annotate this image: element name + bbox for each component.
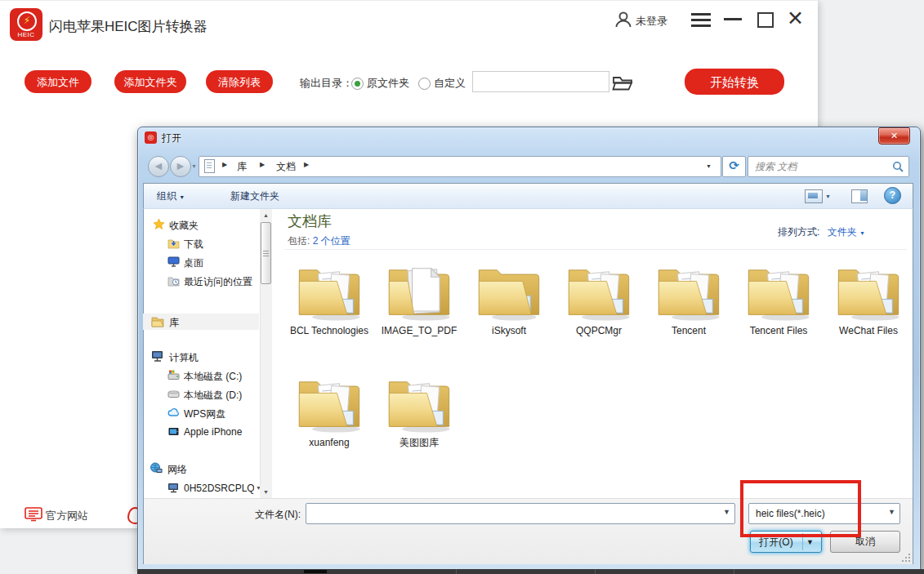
sidebar-item-recent-places[interactable]: 最近访问的位置 — [167, 274, 259, 289]
organize-menu[interactable]: 组织 ▼ — [157, 189, 185, 203]
screen: ⚡ HEIC 闪电苹果HEIC图片转换器 未登录 ✕ 添加文件 添加文件夹 清除… — [0, 0, 924, 574]
folder-item[interactable]: IMAGE_TO_PDF — [374, 260, 464, 337]
new-folder-button[interactable]: 新建文件夹 — [230, 189, 279, 203]
chevron-down-icon[interactable]: ▼ — [723, 508, 730, 516]
app-logo: ⚡ HEIC — [10, 8, 42, 41]
help-icon[interactable]: ? — [884, 187, 901, 204]
logo-label: HEIC — [10, 31, 42, 38]
sidebar-item-drive-c[interactable]: 本地磁盘 (C:) — [167, 369, 259, 384]
sidebar-item-apple-iphone[interactable]: Apple iPhone — [167, 425, 259, 440]
refresh-button[interactable]: ⟳ — [722, 156, 746, 177]
search-input[interactable] — [753, 158, 887, 175]
system-drive-icon — [167, 369, 180, 381]
radio-custom[interactable] — [418, 78, 431, 90]
dialog-app-icon: ◎ — [145, 131, 157, 144]
official-site-icon — [25, 507, 42, 522]
folder-icon — [293, 372, 365, 435]
filename-input[interactable] — [310, 505, 713, 523]
star-icon — [153, 218, 165, 230]
folder-item[interactable]: xuanfeng — [284, 372, 374, 449]
library-title: 文档库 — [288, 211, 332, 231]
breadcrumb-library[interactable]: 库 — [237, 160, 247, 174]
breadcrumb-arrow-icon[interactable]: ▶ — [304, 161, 309, 168]
scrollbar-thumb[interactable] — [261, 222, 271, 284]
desktop-icon — [167, 256, 180, 268]
folder-item[interactable]: Tencent Files — [734, 260, 824, 337]
search-icon[interactable] — [892, 161, 904, 172]
computer-icon — [151, 350, 164, 363]
folder-item[interactable]: BCL Technologies — [284, 260, 374, 337]
sidebar-item-wps-cloud[interactable]: WPS网盘 — [167, 407, 259, 421]
scroll-down-icon[interactable]: ▼ — [260, 486, 272, 498]
radio-custom-label[interactable]: 自定义 — [434, 76, 466, 91]
search-box[interactable] — [748, 156, 909, 177]
location-doc-icon — [204, 159, 215, 173]
sidebar-item-drive-d[interactable]: 本地磁盘 (D:) — [167, 388, 259, 403]
resize-grip[interactable] — [900, 552, 910, 562]
list-divider — [284, 249, 907, 250]
scroll-up-icon[interactable]: ▲ — [260, 209, 272, 221]
footer-divider — [0, 0, 818, 1]
folder-item[interactable]: iSkysoft — [464, 260, 554, 337]
sidebar-item-libraries[interactable]: 库 — [151, 315, 256, 330]
back-button[interactable]: ◄ — [148, 156, 169, 177]
login-status[interactable]: 未登录 — [636, 14, 667, 29]
preview-pane-icon[interactable] — [851, 189, 868, 203]
download-folder-icon — [167, 237, 180, 249]
library-folder-icon — [151, 315, 164, 327]
close-button[interactable]: ✕ — [787, 7, 804, 30]
folder-item[interactable]: Tencent — [644, 260, 734, 337]
user-icon[interactable] — [614, 11, 632, 29]
breadcrumb-documents[interactable]: 文档 — [276, 160, 296, 174]
sidebar-item-desktop[interactable]: 桌面 — [167, 256, 257, 270]
official-site-link[interactable]: 官方网站 — [46, 509, 88, 523]
nav-history-arrow-icon[interactable]: ▼ — [191, 163, 197, 169]
add-folder-button[interactable]: 添加文件夹 — [114, 70, 186, 93]
sidebar-item-downloads[interactable]: 下载 — [167, 237, 257, 251]
folder-icon — [293, 260, 365, 323]
folder-item[interactable]: WeChat Files — [824, 260, 913, 337]
chevron-down-icon: ▼ — [859, 230, 865, 236]
breadcrumb-arrow-icon[interactable]: ▶ — [260, 161, 265, 168]
minimize-button[interactable] — [724, 18, 742, 20]
forward-button[interactable]: ► — [170, 156, 191, 177]
radio-original-label[interactable]: 原文件夹 — [367, 76, 409, 91]
filename-combo[interactable]: ▼ — [306, 503, 735, 524]
custom-path-input[interactable] — [472, 71, 609, 92]
folder-icon — [563, 260, 635, 323]
folder-doc-icon — [383, 260, 455, 323]
arrange-by[interactable]: 排列方式: 文件夹 ▼ — [778, 225, 865, 239]
radio-original-folder[interactable] — [351, 78, 364, 90]
dialog-close-button[interactable]: ✕ — [878, 127, 910, 145]
sidebar-item-network[interactable]: 网络 — [150, 462, 256, 477]
folder-item[interactable]: 美图图库 — [374, 372, 464, 449]
views-icon[interactable] — [805, 189, 823, 203]
folder-icon — [473, 260, 545, 323]
sidebar-item-favorites[interactable]: 收藏夹 — [153, 218, 257, 233]
chevron-down-icon[interactable]: ▼ — [888, 508, 895, 516]
sidebar-item-computer[interactable]: 计算机 — [151, 350, 256, 365]
includes-link[interactable]: 2 个位置 — [313, 235, 350, 247]
annotation-highlight-rectangle — [740, 480, 861, 537]
menu-icon[interactable] — [691, 13, 711, 30]
add-file-button[interactable]: 添加文件 — [25, 70, 92, 93]
folder-icon — [832, 260, 904, 323]
browse-folder-icon[interactable] — [611, 73, 634, 91]
start-convert-button[interactable]: 开始转换 — [685, 69, 784, 95]
views-dropdown-icon[interactable]: ▼ — [825, 194, 831, 199]
folder-icon — [383, 372, 455, 435]
recent-places-icon — [167, 274, 180, 287]
cloud-icon — [167, 407, 180, 419]
folder-icon — [743, 260, 815, 323]
camera-icon: ⚡ — [17, 11, 37, 31]
folder-item[interactable]: QQPCMgr — [554, 260, 644, 337]
chevron-down-icon: ▼ — [179, 194, 185, 200]
maximize-button[interactable] — [757, 12, 774, 28]
library-includes: 包括: 2 个位置 — [288, 234, 350, 248]
filename-label: 文件名(N): — [219, 508, 301, 522]
sidebar-item-network-pc[interactable]: 0H52DSRCPLQD ▼ — [167, 482, 259, 496]
breadcrumb-arrow-icon[interactable]: ▶ — [222, 161, 227, 168]
address-dropdown-icon[interactable]: ▼ — [706, 163, 712, 169]
clear-list-button[interactable]: 清除列表 — [206, 70, 273, 93]
chevron-down-icon[interactable]: ▼ — [806, 538, 814, 546]
